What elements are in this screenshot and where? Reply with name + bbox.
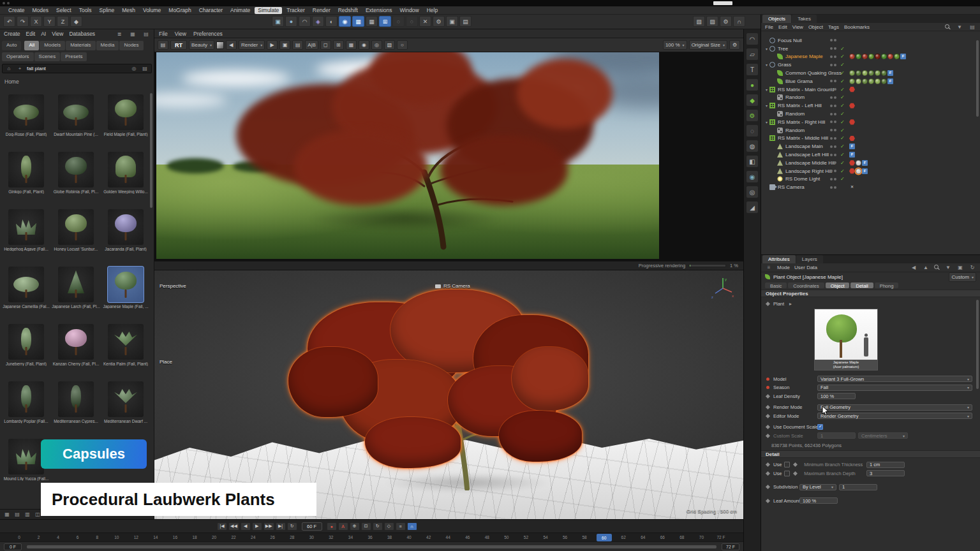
rv-crop-icon[interactable]: ⊞ bbox=[333, 40, 344, 50]
remesh-tool-icon[interactable]: ⚙ bbox=[746, 109, 759, 122]
material-tag[interactable] bbox=[875, 70, 880, 76]
attributes-scrollbar[interactable] bbox=[976, 300, 979, 389]
panel-options-icon[interactable]: ▤ bbox=[969, 24, 976, 30]
redshift-tag-icon[interactable] bbox=[849, 87, 855, 92]
toolbar-render-picture-viewer-icon[interactable]: ▨ bbox=[706, 16, 718, 27]
material-tag[interactable] bbox=[856, 168, 861, 174]
chevron-right-icon[interactable]: ▸ bbox=[787, 301, 794, 307]
visibility-dots[interactable] bbox=[830, 105, 836, 107]
browser-tab-nodes[interactable]: Nodes bbox=[119, 41, 143, 50]
enabled-check-icon[interactable]: ✓ bbox=[840, 111, 845, 117]
om-menu-edit[interactable]: Edit bbox=[778, 24, 787, 30]
visibility-dots[interactable] bbox=[830, 129, 836, 131]
ruler-tick[interactable]: 62 bbox=[621, 535, 626, 540]
menu-item-help[interactable]: Help bbox=[424, 7, 441, 14]
toolbar-axis-mode-icon[interactable]: ▣ bbox=[446, 16, 458, 27]
view-grid-icon[interactable]: ▦ bbox=[129, 31, 137, 37]
ruler-tick[interactable]: 16 bbox=[173, 535, 177, 540]
editor-dot[interactable] bbox=[830, 170, 833, 172]
symmetry-tool-icon[interactable]: ◧ bbox=[746, 155, 759, 168]
asset-item-kanzan-cherry-fall-pl[interactable]: Kanzan Cherry (Fall, Pl... bbox=[51, 323, 101, 380]
rv-filter-icon[interactable]: ▦ bbox=[346, 40, 357, 50]
expander-icon[interactable]: ▾ bbox=[764, 47, 769, 51]
toolbar-snap-quantize-icon[interactable]: ⊞ bbox=[379, 16, 391, 27]
object-row-rs-matrix-right-hill[interactable]: ▾RS Matrix - Right Hill✓ bbox=[761, 118, 980, 126]
enabled-check-icon[interactable]: ✓ bbox=[840, 168, 845, 174]
browser-tab-all[interactable]: All bbox=[24, 41, 39, 50]
editor-dot[interactable] bbox=[830, 88, 833, 91]
menu-item-window[interactable]: Window bbox=[397, 7, 422, 14]
maximum-branch-depth-field[interactable]: 3 bbox=[866, 470, 905, 476]
render-dot[interactable] bbox=[834, 39, 836, 41]
loop-button[interactable]: ↻ bbox=[287, 522, 297, 531]
browser-menu-create[interactable]: Create bbox=[4, 31, 20, 37]
toolbar-render-view-icon[interactable]: ▧ bbox=[693, 16, 705, 27]
ruler-tick[interactable]: 8 bbox=[96, 535, 98, 540]
asset-item-honey-locust-sunbur[interactable]: Honey Locust 'Sunbur... bbox=[51, 208, 101, 265]
record-rotation-button[interactable]: ↻ bbox=[373, 522, 383, 531]
autokey-button[interactable]: A bbox=[338, 522, 348, 531]
home-icon[interactable]: ⌂ bbox=[5, 66, 13, 72]
render-dot[interactable] bbox=[834, 80, 836, 82]
om-menu-view[interactable]: View bbox=[792, 24, 803, 30]
menu-item-modes[interactable]: Modes bbox=[29, 7, 52, 14]
object-row-landscape-middle-hill[interactable]: Landscape Middle Hill✓F bbox=[761, 159, 980, 167]
material-tag[interactable] bbox=[881, 54, 887, 59]
zoom-dropdown[interactable]: 100 % bbox=[663, 40, 687, 50]
minimum-branch-thickness-use-checkbox[interactable] bbox=[784, 462, 790, 467]
ruler-tick[interactable]: 22 bbox=[231, 535, 235, 540]
ruler-tick[interactable]: 28 bbox=[290, 535, 294, 540]
panel-options-icon[interactable]: ▤ bbox=[142, 31, 150, 37]
panel-menu-icon[interactable]: ≡ bbox=[765, 265, 773, 271]
section-tab-detail[interactable]: Detail bbox=[850, 283, 873, 288]
editor-dot[interactable] bbox=[830, 47, 833, 50]
enabled-check-icon[interactable]: ✓ bbox=[840, 160, 845, 166]
editor-dot[interactable] bbox=[830, 55, 833, 58]
ruler-tick[interactable]: 58 bbox=[582, 535, 586, 540]
ruler-tick[interactable]: 44 bbox=[446, 535, 450, 540]
maximum-branch-depth-use-checkbox[interactable] bbox=[784, 471, 790, 476]
range-slider[interactable] bbox=[27, 545, 716, 548]
visibility-dots[interactable] bbox=[830, 88, 836, 91]
scatter-tool-icon[interactable]: ◉ bbox=[746, 170, 759, 183]
place-tool-label[interactable]: Place bbox=[160, 359, 172, 365]
object-row-grass[interactable]: ▾Grass✓ bbox=[761, 61, 980, 69]
enabled-check-icon[interactable]: ✓ bbox=[840, 152, 845, 158]
asset-item-lombardy-poplar-fall[interactable]: Lombardy Poplar (Fall... bbox=[1, 380, 51, 437]
ruler-tick[interactable]: 42 bbox=[426, 535, 431, 540]
ruler-tick[interactable]: 0 bbox=[18, 535, 20, 540]
toolbar-spline-pen-icon[interactable]: ◠ bbox=[299, 16, 311, 27]
cloth-tool-icon[interactable]: ◌ bbox=[746, 124, 759, 137]
section-tab-phong[interactable]: Phong bbox=[875, 283, 899, 288]
render-settings-gear-icon[interactable]: ⚙ bbox=[729, 40, 740, 50]
toolbar-render-settings-icon[interactable]: ⚙ bbox=[720, 16, 732, 27]
field-tag-icon[interactable]: F bbox=[849, 152, 855, 158]
browser-tab-models[interactable]: Models bbox=[40, 41, 65, 50]
toolbar-axis-z-icon[interactable]: Z bbox=[57, 16, 69, 27]
object-row-rs-camera[interactable]: RS Camera✕ bbox=[761, 183, 980, 191]
record-parameter-button[interactable]: ◇ bbox=[384, 522, 394, 531]
browser-tab-materials[interactable]: Materials bbox=[66, 41, 95, 50]
browser-subtab-scenes[interactable]: Scenes bbox=[34, 52, 61, 61]
editor-dot[interactable] bbox=[830, 72, 833, 75]
menu-item-tools[interactable]: Tools bbox=[76, 7, 95, 14]
editor-dot[interactable] bbox=[830, 39, 833, 41]
add-path-icon[interactable]: + bbox=[16, 66, 24, 72]
render-dot[interactable] bbox=[834, 113, 836, 115]
ruler-tick[interactable]: 50 bbox=[504, 535, 509, 540]
subdivision-value-field[interactable]: 1 bbox=[839, 484, 877, 490]
asset-search-bar[interactable]: ⌂ + fall plant ◎ ▤ bbox=[2, 64, 152, 73]
asset-item-mediterranean-cypres[interactable]: Mediterranean Cypres... bbox=[51, 380, 101, 437]
toolbar-redo-icon[interactable]: ↷ bbox=[17, 16, 29, 27]
custom-scale-unit-dropdown[interactable]: Centimeters bbox=[858, 432, 908, 439]
lock-icon[interactable]: ▣ bbox=[956, 265, 964, 271]
material-tag[interactable] bbox=[856, 70, 861, 76]
material-tag[interactable] bbox=[881, 70, 887, 76]
plant-preview-image[interactable]: Japanese Maple (Acer palmatum) bbox=[814, 309, 878, 371]
render-dot[interactable] bbox=[834, 154, 836, 156]
menu-item-select[interactable]: Select bbox=[53, 7, 75, 14]
next-frame-button[interactable]: ▶▶ bbox=[264, 522, 274, 531]
visibility-dots[interactable] bbox=[830, 47, 836, 50]
measure-tool-icon[interactable]: ◢ bbox=[746, 201, 759, 214]
plane-tool-icon[interactable]: ▱ bbox=[746, 48, 759, 61]
